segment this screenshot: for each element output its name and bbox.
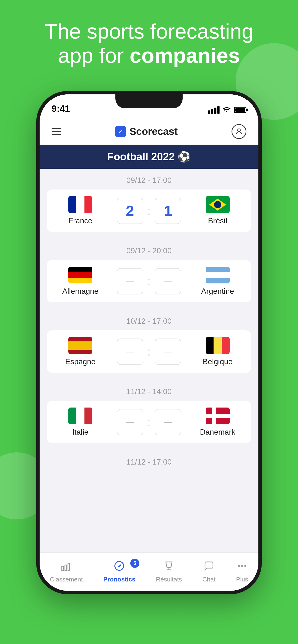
logo-text: Scorecast xyxy=(129,126,178,137)
status-icons xyxy=(208,106,246,114)
away-score-box-3[interactable]: — xyxy=(155,338,181,365)
match-date-3: 10/12 - 17:00 xyxy=(40,310,258,330)
home-score-empty-2: — xyxy=(126,277,134,286)
away-team-name-4: Danemark xyxy=(200,428,235,436)
score-block-1: 2 : 1 xyxy=(117,198,181,224)
header-line2-normal: app for xyxy=(58,44,129,67)
flag-denmark xyxy=(206,408,230,424)
away-team-name-3: Belgique xyxy=(203,357,233,366)
match-date-4: 11/12 - 14:00 xyxy=(40,380,258,401)
flag-argentina xyxy=(206,267,230,284)
phone-notch xyxy=(115,94,183,108)
svg-point-5 xyxy=(241,565,243,566)
away-score-empty-3: — xyxy=(164,347,172,356)
user-profile-button[interactable] xyxy=(232,124,246,139)
score-separator-4: : xyxy=(147,416,151,428)
resultats-icon xyxy=(164,560,174,574)
resultats-label: Résultats xyxy=(156,576,182,583)
away-score-1: 1 xyxy=(164,202,172,219)
wifi-icon xyxy=(223,106,231,114)
home-team-name-3: Espagne xyxy=(65,357,95,366)
svg-point-0 xyxy=(238,129,240,131)
app-navbar: ✓ Scorecast xyxy=(40,118,258,145)
score-separator-1: : xyxy=(147,204,151,217)
header-line1: The sports forecasting xyxy=(45,20,254,43)
tournament-header: Football 2022 ⚽ xyxy=(40,145,258,169)
home-team-1: France xyxy=(56,196,104,225)
home-team-name-1: France xyxy=(68,216,92,225)
tab-plus[interactable]: Plus xyxy=(236,560,248,583)
tab-pronostics[interactable]: 5 Pronostics xyxy=(103,560,135,583)
match-date-1: 09/12 - 17:00 xyxy=(40,169,258,190)
away-score-empty-4: — xyxy=(164,418,172,426)
flag-italy xyxy=(68,408,92,424)
score-block-3: — : — xyxy=(117,338,181,365)
match-section-1: 09/12 - 17:00 France xyxy=(40,169,258,232)
home-score-1: 2 xyxy=(126,202,134,219)
home-team-name-4: Italie xyxy=(72,428,89,436)
score-block-2: — : — xyxy=(117,268,181,294)
app-logo: ✓ Scorecast xyxy=(115,126,178,137)
tournament-title: Football 2022 ⚽ xyxy=(107,150,191,163)
away-team-name-1: Brésil xyxy=(208,216,227,225)
away-team-2: Argentine xyxy=(194,267,242,296)
flag-brazil xyxy=(206,196,230,213)
match-row-4[interactable]: Italie — : — xyxy=(47,401,251,443)
home-score-box-3[interactable]: — xyxy=(117,338,143,365)
score-separator-2: : xyxy=(147,275,151,288)
home-team-name-2: Allemagne xyxy=(62,287,98,296)
svg-rect-1 xyxy=(62,566,64,570)
battery-icon xyxy=(234,107,246,113)
main-content: 09/12 - 17:00 France xyxy=(40,169,258,552)
phone-frame: 9:41 xyxy=(36,91,262,594)
logo-icon: ✓ xyxy=(115,126,126,137)
header-line2-bold: companies xyxy=(129,44,240,67)
pronostics-label: Pronostics xyxy=(103,576,135,583)
match-row-2[interactable]: Allemagne — : — xyxy=(47,260,251,302)
home-score-empty-4: — xyxy=(126,418,134,426)
away-score-box-2[interactable]: — xyxy=(155,268,181,294)
home-score-box-2[interactable]: — xyxy=(117,268,143,294)
classement-label: Classement xyxy=(50,576,83,583)
pronostics-badge: 5 xyxy=(130,559,139,568)
match-section-2: 09/12 - 20:00 Allemagne xyxy=(40,239,258,302)
svg-point-4 xyxy=(238,565,240,566)
home-team-3: Espagne xyxy=(56,337,104,366)
away-team-name-2: Argentine xyxy=(201,287,234,296)
tab-bar: Classement 5 Pronostics Résultats Chat xyxy=(40,552,258,591)
flag-france xyxy=(68,196,92,213)
match-row-1[interactable]: France 2 : 1 xyxy=(47,190,251,232)
match-date-2: 09/12 - 20:00 xyxy=(40,239,258,260)
home-score-box-1[interactable]: 2 xyxy=(117,198,143,224)
svg-point-6 xyxy=(244,565,246,566)
classement-icon xyxy=(61,560,72,574)
home-team-2: Allemagne xyxy=(56,267,104,296)
away-team-4: Danemark xyxy=(194,408,242,436)
match-section-4: 11/12 - 14:00 Italie xyxy=(40,380,258,443)
tab-classement[interactable]: Classement xyxy=(50,560,83,583)
away-team-3: Belgique xyxy=(194,337,242,366)
tab-chat[interactable]: Chat xyxy=(203,560,216,583)
match-section-5: 11/12 - 17:00 xyxy=(40,450,258,471)
match-section-3: 10/12 - 17:00 Espagne xyxy=(40,310,258,373)
flag-germany xyxy=(68,267,92,284)
match-row-3[interactable]: Espagne — : — xyxy=(47,330,251,373)
home-score-box-4[interactable]: — xyxy=(117,409,143,435)
svg-rect-3 xyxy=(68,563,70,570)
flag-belgium xyxy=(206,337,230,354)
hamburger-button[interactable] xyxy=(52,128,61,135)
score-separator-3: : xyxy=(147,345,151,358)
away-score-box-1[interactable]: 1 xyxy=(155,198,181,224)
flag-spain xyxy=(68,337,92,354)
home-score-empty-3: — xyxy=(126,347,134,356)
away-score-box-4[interactable]: — xyxy=(155,409,181,435)
signal-icon xyxy=(208,106,220,114)
match-date-5: 11/12 - 17:00 xyxy=(40,450,258,471)
away-team-1: Brésil xyxy=(194,196,242,225)
chat-icon xyxy=(204,560,214,574)
score-block-4: — : — xyxy=(117,409,181,435)
away-score-empty-2: — xyxy=(164,277,172,286)
status-time: 9:41 xyxy=(52,104,70,114)
svg-rect-2 xyxy=(65,565,67,570)
tab-resultats[interactable]: Résultats xyxy=(156,560,182,583)
